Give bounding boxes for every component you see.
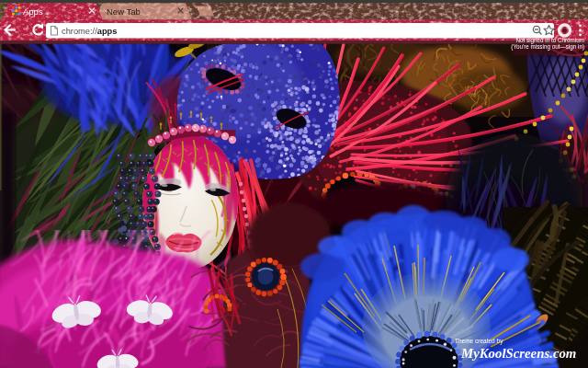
svg-text:(You're missing out—sign in): (You're missing out—sign in)	[511, 43, 584, 51]
svg-text:Theme created by: Theme created by	[455, 338, 503, 345]
svg-text:Apps: Apps	[23, 6, 43, 17]
svg-text:chrome://apps: chrome://apps	[62, 27, 117, 36]
svg-text:MyKoolScreens.com: MyKoolScreens.com	[460, 346, 576, 361]
svg-text:New Tab: New Tab	[107, 6, 141, 17]
